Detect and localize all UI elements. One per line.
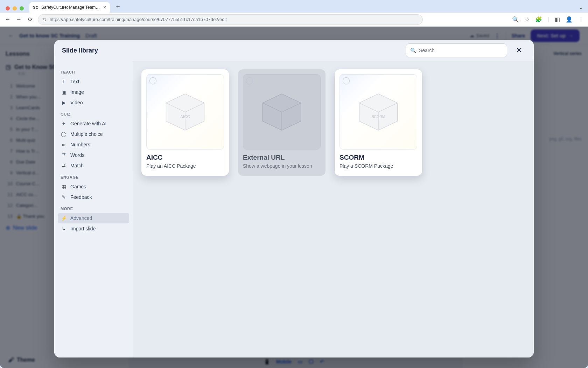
video-icon: ▶: [61, 99, 67, 106]
section-engage: ENGAGE: [61, 175, 126, 179]
match-icon: ⇄: [61, 162, 67, 169]
section-teach: TEACH: [61, 70, 126, 74]
new-tab-button[interactable]: ＋: [113, 2, 123, 13]
bolt-icon: ⚡: [61, 215, 67, 221]
section-more: MORE: [61, 207, 126, 211]
sidebar-item-label: Match: [70, 163, 84, 168]
tab-strip: SC SafetyCulture: Manage Teams and… ✕ ＋ …: [0, 0, 588, 13]
close-modal-button[interactable]: ✕: [512, 43, 526, 57]
search-placeholder: Search: [419, 48, 434, 53]
sidebar-item-words[interactable]: ᵀᵀWords: [58, 150, 129, 160]
cube-icon: [259, 91, 304, 133]
card-thumbnail: [243, 74, 321, 150]
hash-icon: ∞: [61, 141, 67, 148]
divider: |: [548, 16, 549, 23]
browser-toolbar: ← → ⟳ ⇆ https://app.safetyculture.com/tr…: [0, 13, 588, 27]
tabs-dropdown-icon[interactable]: ⌄: [579, 4, 585, 13]
card-external-url[interactable]: External URL Show a webpage in your less…: [238, 69, 326, 176]
card-title: AICC: [146, 154, 224, 161]
search-icon: 🔍: [410, 48, 416, 53]
minimize-window-icon[interactable]: [13, 6, 17, 11]
sidebar-item-multiple-choice[interactable]: ◯Multiple choice: [58, 129, 129, 139]
bookmark-icon[interactable]: ☆: [525, 16, 530, 23]
card-grid: AICC AICC Play an AICC Package: [133, 61, 534, 357]
sidebar-item-advanced[interactable]: ⚡Advanced: [58, 213, 129, 223]
sidebar-item-games[interactable]: ▦Games: [58, 181, 129, 192]
check-circle-icon: ◯: [61, 131, 67, 137]
window-controls: [3, 6, 27, 13]
sidebar-item-label: Advanced: [70, 215, 92, 221]
select-circle-icon: [343, 77, 350, 84]
sidebar-item-label: Feedback: [70, 194, 92, 200]
import-icon: ↳: [61, 225, 67, 232]
sidebar-item-label: Multiple choice: [70, 131, 103, 137]
zoom-icon[interactable]: 🔍: [512, 16, 519, 23]
games-icon: ▦: [61, 183, 67, 190]
forward-icon[interactable]: →: [15, 16, 22, 23]
sidebar-item-label: Text: [70, 79, 79, 84]
sidebar-item-numbers[interactable]: ∞Numbers: [58, 139, 129, 150]
select-circle-icon: [149, 77, 156, 84]
back-icon[interactable]: ←: [4, 16, 11, 23]
card-desc: Play an AICC Package: [146, 163, 224, 169]
sidebar-item-label: Games: [70, 184, 86, 189]
card-thumbnail: AICC: [146, 74, 224, 150]
app-frame: ← Get to know SC Training Draft ☁︎ Saved…: [0, 27, 588, 368]
sidebar-item-feedback[interactable]: ✎Feedback: [58, 192, 129, 202]
favicon: SC: [33, 5, 38, 10]
card-aicc[interactable]: AICC AICC Play an AICC Package: [141, 69, 229, 176]
sidebar-item-label: Video: [70, 100, 83, 105]
slide-library-modal: Slide library 🔍 Search ✕ TEACH 𝖳Text ▣Im…: [54, 40, 534, 357]
close-tab-icon[interactable]: ✕: [103, 5, 106, 10]
sidebar-item-image[interactable]: ▣Image: [58, 87, 129, 97]
words-icon: ᵀᵀ: [61, 152, 67, 158]
close-window-icon[interactable]: [6, 6, 10, 11]
site-info-icon[interactable]: ⇆: [42, 17, 46, 22]
card-title: SCORM: [340, 154, 417, 161]
sidebar-item-video[interactable]: ▶Video: [58, 97, 129, 108]
sidebar-item-label: Words: [70, 152, 84, 158]
sidebar-item-label: Generate with AI: [70, 121, 107, 126]
close-icon: ✕: [516, 46, 522, 55]
browser-tab[interactable]: SC SafetyCulture: Manage Teams and… ✕: [29, 2, 110, 13]
search-input[interactable]: 🔍 Search: [406, 43, 507, 57]
card-title: External URL: [243, 154, 321, 161]
card-thumbnail: SCORM: [340, 74, 417, 150]
extensions-icon[interactable]: 🧩: [535, 16, 542, 23]
sidebar-item-generate-ai[interactable]: ✦Generate with AI: [58, 118, 129, 129]
url-text: https://app.safetyculture.com/training/m…: [50, 17, 418, 22]
card-desc: Show a webpage in your lesson: [243, 163, 321, 169]
cube-icon: SCORM: [356, 91, 401, 133]
category-sidebar: TEACH 𝖳Text ▣Image ▶Video QUIZ ✦Generate…: [54, 61, 133, 357]
card-desc: Play a SCORM Package: [340, 163, 417, 169]
card-scorm[interactable]: SCORM SCORM Play a SCORM Package: [335, 69, 422, 176]
reload-icon[interactable]: ⟳: [27, 16, 34, 23]
sidebar-item-label: Image: [70, 89, 84, 95]
feedback-icon: ✎: [61, 194, 67, 200]
cube-icon: AICC: [162, 91, 208, 133]
modal-title: Slide library: [62, 47, 401, 54]
sidebar-item-import[interactable]: ↳Import slide: [58, 223, 129, 234]
svg-text:SCORM: SCORM: [372, 114, 385, 118]
menu-icon[interactable]: ⋮: [578, 16, 584, 23]
sidebar-item-match[interactable]: ⇄Match: [58, 160, 129, 171]
select-circle-icon: [246, 77, 253, 84]
image-icon: ▣: [61, 89, 67, 95]
sparkle-icon: ✦: [61, 120, 67, 127]
address-bar[interactable]: ⇆ https://app.safetyculture.com/training…: [38, 14, 423, 25]
profile-icon[interactable]: 👤: [566, 16, 573, 23]
svg-text:AICC: AICC: [180, 114, 190, 118]
text-icon: 𝖳: [61, 78, 67, 85]
sidebar-item-label: Numbers: [70, 142, 90, 147]
side-panel-icon[interactable]: ◧: [555, 16, 560, 23]
tab-title: SafetyCulture: Manage Teams and…: [41, 5, 100, 10]
section-quiz: QUIZ: [61, 112, 126, 116]
sidebar-item-label: Import slide: [70, 226, 96, 231]
sidebar-item-text[interactable]: 𝖳Text: [58, 76, 129, 87]
maximize-window-icon[interactable]: [20, 6, 24, 11]
